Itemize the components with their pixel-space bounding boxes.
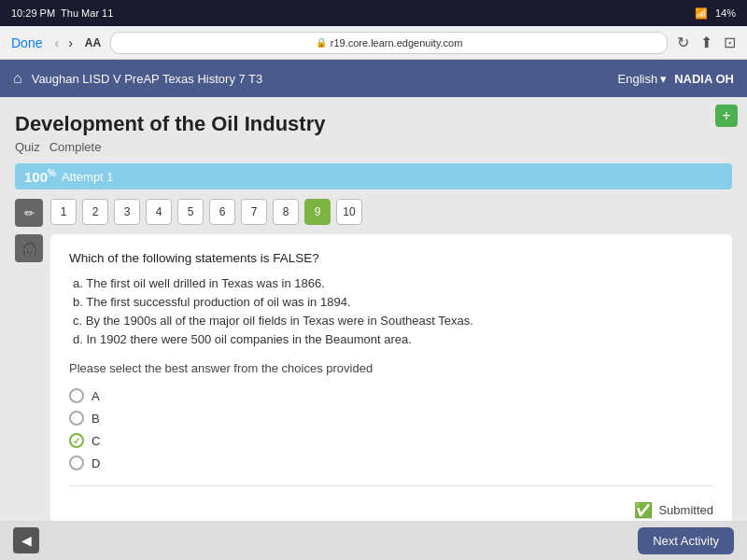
radio-a[interactable] — [69, 388, 84, 403]
option-a-label: A — [92, 389, 100, 403]
option-c[interactable]: C — [69, 433, 713, 448]
home-icon[interactable]: ⌂ — [13, 70, 22, 87]
option-c-label: C — [92, 434, 100, 448]
option-b-label: B — [92, 412, 100, 426]
main-content: + Development of the Oil Industry Quiz C… — [0, 97, 747, 539]
q-btn-4[interactable]: 4 — [146, 199, 172, 225]
q-btn-9[interactable]: 9 — [304, 199, 331, 225]
question-text: Which of the following statements is FAL… — [69, 251, 713, 265]
instruction-text: Please select the best answer from the c… — [69, 361, 713, 375]
language-label: English — [618, 72, 658, 86]
battery: 14% — [715, 7, 736, 19]
divider — [69, 485, 713, 486]
q-btn-6[interactable]: 6 — [209, 199, 235, 225]
choice-a: a. The first oil well drilled in Texas w… — [69, 276, 713, 290]
radio-options: A B C D — [69, 388, 713, 470]
q-btn-8[interactable]: 8 — [273, 199, 299, 225]
breadcrumb-complete: Complete — [49, 140, 102, 154]
next-activity-button[interactable]: Next Activity — [638, 527, 734, 554]
q-btn-7[interactable]: 7 — [241, 199, 267, 225]
q-btn-10[interactable]: 10 — [336, 199, 362, 225]
more-icon[interactable]: ⊡ — [724, 34, 736, 51]
choice-b: b. The first successful production of oi… — [69, 295, 713, 309]
font-size-button[interactable]: AA — [85, 36, 101, 49]
option-d-label: D — [92, 456, 100, 470]
question-card: Which of the following statements is FAL… — [50, 234, 732, 539]
tools-column: ✏ 🎧 — [15, 199, 43, 262]
page-title: Development of the Oil Industry — [15, 112, 732, 136]
option-a[interactable]: A — [69, 388, 713, 403]
browser-bar: Done ‹ › AA 🔒 r19.core.learn.edgenuity.c… — [0, 26, 747, 60]
url-text: r19.core.learn.edgenuity.com — [331, 37, 463, 49]
option-b[interactable]: B — [69, 411, 713, 426]
submitted-row: ✅ Submitted — [69, 496, 713, 523]
submitted-check-icon: ✅ — [634, 501, 653, 519]
choice-c: c. By the 1900s all of the major oil fie… — [69, 314, 713, 328]
option-d[interactable]: D — [69, 455, 713, 470]
done-button[interactable]: Done — [11, 35, 42, 50]
refresh-icon[interactable]: ↻ — [677, 34, 689, 51]
breadcrumb-quiz: Quiz — [15, 140, 40, 154]
url-bar[interactable]: 🔒 r19.core.learn.edgenuity.com — [110, 32, 668, 54]
choice-list: a. The first oil well drilled in Texas w… — [69, 276, 713, 346]
lock-icon: 🔒 — [316, 37, 327, 48]
q-btn-3[interactable]: 3 — [114, 199, 140, 225]
q-btn-1[interactable]: 1 — [50, 199, 77, 225]
nav-and-question: ✏ 🎧 1 2 3 4 5 6 7 8 9 10 Which of the fo… — [15, 199, 732, 539]
radio-b[interactable] — [69, 411, 84, 426]
q-btn-5[interactable]: 5 — [177, 199, 204, 225]
question-nav: 1 2 3 4 5 6 7 8 9 10 — [50, 199, 732, 225]
score: 100% — [24, 168, 56, 185]
radio-c[interactable] — [69, 433, 84, 448]
submitted-label: Submitted — [658, 503, 713, 517]
browser-actions: ↻ ⬆ ⊡ — [677, 34, 736, 51]
wifi-icon: 📶 — [695, 7, 708, 20]
headphone-tool[interactable]: 🎧 — [15, 234, 43, 262]
nav-bar: ⌂ Vaughan LISD V PreAP Texas History 7 T… — [0, 60, 747, 97]
sidebar-toggle-button[interactable]: ◀ — [13, 527, 39, 553]
bottom-bar: ◀ Next Activity — [0, 521, 747, 560]
status-bar: 10:29 PM Thu Mar 11 📶 14% — [0, 0, 747, 26]
choice-d: d. In 1902 there were 500 oil companies … — [69, 332, 713, 346]
share-icon[interactable]: ⬆ — [700, 34, 712, 51]
back-button[interactable]: ‹ — [51, 35, 62, 50]
attempt-label: Attempt 1 — [62, 170, 114, 184]
language-selector[interactable]: English ▾ — [618, 72, 668, 86]
add-button[interactable]: + — [715, 105, 738, 127]
browser-nav: ‹ › — [51, 35, 75, 50]
forward-button[interactable]: › — [65, 35, 76, 50]
time: 10:29 PM — [11, 7, 55, 19]
chevron-down-icon: ▾ — [660, 72, 667, 86]
user-name: NADIA OH — [674, 72, 734, 86]
breadcrumb: Quiz Complete — [15, 140, 732, 154]
q-btn-2[interactable]: 2 — [82, 199, 108, 225]
course-title: Vaughan LISD V PreAP Texas History 7 T3 — [32, 72, 263, 86]
radio-d[interactable] — [69, 455, 84, 470]
pencil-tool[interactable]: ✏ — [15, 199, 43, 227]
progress-bar: 100% Attempt 1 — [15, 163, 732, 189]
date: Thu Mar 11 — [61, 7, 113, 19]
